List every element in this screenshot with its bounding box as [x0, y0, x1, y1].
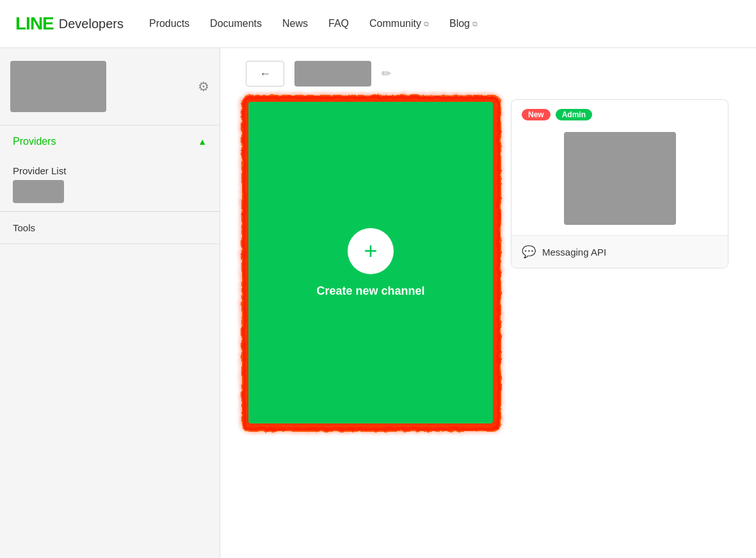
- create-card-wrapper: + Create new channel: [246, 99, 495, 426]
- channel-card[interactable]: New Admin 💬 Messaging API: [511, 99, 728, 268]
- logo-developers: Developers: [59, 17, 124, 31]
- logo-line: LINE: [15, 13, 54, 34]
- layout: ⚙ Providers ▲ Provider List Tools ← ✏: [0, 48, 756, 558]
- plus-circle: +: [348, 228, 394, 274]
- provider-image: [13, 180, 64, 203]
- logo-area: LINE Developers: [15, 13, 124, 34]
- nav-blog[interactable]: Blog ⧉: [449, 18, 478, 29]
- channel-name-placeholder: [294, 61, 371, 86]
- back-arrow-icon: ←: [259, 67, 271, 81]
- messaging-api-label: Messaging API: [542, 247, 606, 258]
- sidebar-profile: ⚙: [0, 48, 220, 126]
- back-button[interactable]: ←: [246, 61, 284, 86]
- nav-faq[interactable]: FAQ: [328, 18, 349, 29]
- create-channel-label: Create new channel: [316, 284, 424, 298]
- toolbar: ← ✏: [220, 48, 756, 99]
- profile-image: [10, 61, 106, 112]
- tools-section: Tools: [0, 212, 220, 244]
- sidebar-item-provider-list[interactable]: Provider List: [0, 158, 220, 211]
- sidebar: ⚙ Providers ▲ Provider List Tools: [0, 48, 220, 558]
- nav-documents[interactable]: Documents: [210, 18, 262, 29]
- edit-icon[interactable]: ✏: [382, 67, 391, 81]
- channel-card-header: New Admin: [511, 100, 728, 127]
- badge-admin: Admin: [556, 109, 592, 120]
- main-content: ← ✏ + Create new channel New: [220, 48, 756, 558]
- channel-image-placeholder: [564, 132, 676, 225]
- nav-products[interactable]: Products: [149, 18, 189, 29]
- messaging-icon: 💬: [522, 245, 536, 259]
- nav-news[interactable]: News: [282, 18, 308, 29]
- external-link-icon-blog: ⧉: [472, 20, 478, 28]
- gear-icon[interactable]: ⚙: [198, 79, 209, 94]
- providers-section: Providers ▲ Provider List: [0, 126, 220, 212]
- provider-list-label: Provider List: [13, 165, 207, 176]
- channel-card-footer: 💬 Messaging API: [511, 235, 728, 268]
- providers-label: Providers: [13, 136, 56, 147]
- create-channel-card[interactable]: + Create new channel: [246, 99, 495, 426]
- nav: Products Documents News FAQ Community ⧉ …: [149, 18, 478, 29]
- tools-label[interactable]: Tools: [0, 212, 220, 243]
- external-link-icon-community: ⧉: [424, 20, 429, 28]
- header: LINE Developers Products Documents News …: [0, 0, 756, 48]
- badge-new: New: [522, 109, 551, 120]
- plus-icon: +: [364, 238, 377, 265]
- providers-section-header[interactable]: Providers ▲: [0, 126, 220, 158]
- cards-area: + Create new channel New Admin 💬 Messagi…: [220, 99, 756, 452]
- chevron-up-icon: ▲: [198, 136, 207, 147]
- nav-community[interactable]: Community ⧉: [369, 18, 429, 29]
